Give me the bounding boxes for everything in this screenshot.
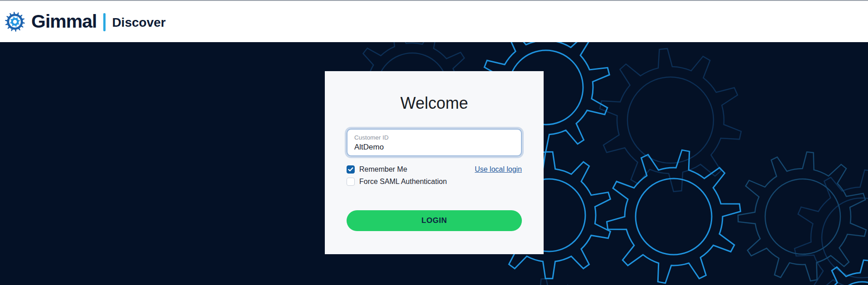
remember-me-label: Remember Me	[359, 164, 407, 174]
remember-me-group: Remember Me	[347, 164, 407, 174]
remember-me-row: Remember Me Use local login	[347, 164, 522, 174]
force-saml-row: Force SAML Authentication	[347, 177, 522, 187]
brand-name: Gimmal	[31, 11, 96, 32]
hero-background: Welcome Customer ID Remember Me Use loca…	[0, 42, 868, 285]
use-local-login-link[interactable]: Use local login	[475, 165, 522, 174]
force-saml-checkbox[interactable]	[347, 178, 355, 186]
customer-id-label: Customer ID	[354, 134, 514, 141]
check-icon	[348, 167, 353, 172]
force-saml-label: Force SAML Authentication	[359, 177, 447, 187]
force-saml-group: Force SAML Authentication	[347, 177, 447, 187]
customer-id-input[interactable]	[354, 143, 514, 152]
gimmal-gear-logo-icon	[5, 11, 25, 32]
login-button[interactable]: LOGIN	[347, 210, 522, 231]
app-header: Gimmal Discover	[0, 0, 868, 42]
welcome-heading: Welcome	[347, 71, 522, 113]
product-name: Discover	[112, 15, 165, 30]
remember-me-checkbox[interactable]	[347, 165, 355, 174]
customer-id-field[interactable]: Customer ID	[347, 129, 522, 156]
brand-divider	[103, 13, 106, 31]
login-card: Welcome Customer ID Remember Me Use loca…	[325, 71, 544, 254]
